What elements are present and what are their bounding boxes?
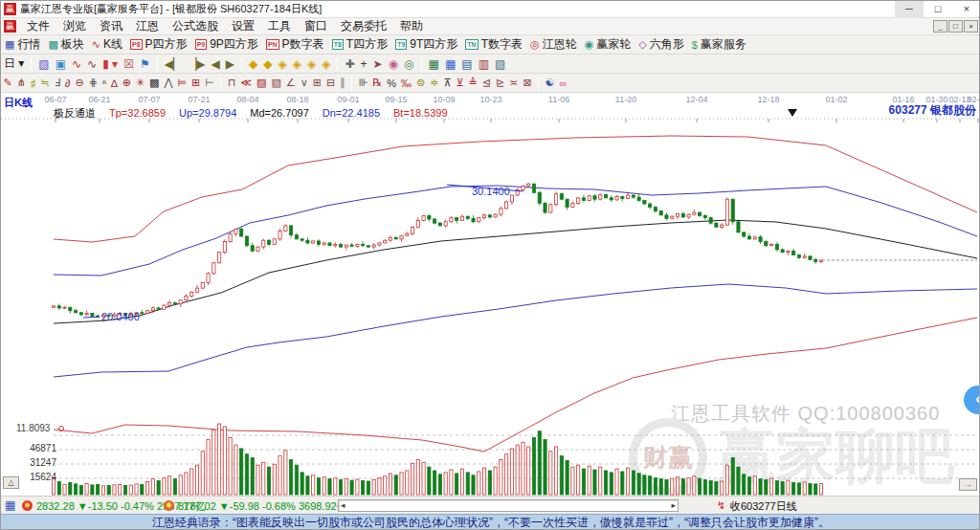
tool-icon-tb3-14[interactable]: ⊨ — [178, 77, 188, 89]
toolbar-button-P四方形[interactable]: P8P四方形 — [130, 36, 188, 53]
tool-icon-tb2-25[interactable]: ◉ — [389, 57, 398, 71]
tool-icon-tb3-3[interactable]: ≒ — [40, 77, 49, 89]
tool-icon-tb2-11[interactable]: ▕▶ — [188, 57, 205, 71]
tool-icon-tb3-2[interactable]: ♯ — [31, 77, 36, 89]
tool-icon-tb3-30[interactable]: % — [387, 77, 396, 89]
toolbar-button-P数字表[interactable]: PNP数字表 — [266, 36, 324, 53]
tool-icon-tb3-16[interactable]: ⊢ — [205, 77, 214, 89]
tool-icon-tb2-28[interactable]: ▦ — [429, 57, 439, 71]
tool-icon-tb3-33[interactable]: ≑ — [430, 77, 438, 89]
tool-icon-tb3-12[interactable]: ▩ — [149, 77, 159, 89]
chart-canvas[interactable]: 30.1400 20.0400 11.8093 — [1, 93, 980, 496]
tool-icon-tb3-39[interactable]: ≍ — [509, 77, 518, 89]
tool-icon-tb3-28[interactable]: ⊪ — [359, 77, 368, 89]
tool-icon-tb3-21[interactable]: ▧ — [271, 77, 280, 89]
tool-icon-tb3-29[interactable]: ℞ — [372, 77, 382, 89]
menu-文件[interactable]: 文件 — [20, 18, 56, 34]
toolbar-button-赢家轮[interactable]: ◉赢家轮 — [585, 36, 632, 53]
tool-icon-tb2-12[interactable]: ◀ — [212, 57, 220, 71]
tool-icon-tb3-13[interactable]: ⋀ — [164, 77, 172, 89]
tool-icon-tb2-13[interactable]: ▶ — [226, 57, 234, 71]
tool-icon-tb3-18[interactable]: ⊓ — [228, 77, 236, 89]
toolbar-button-赢家服务[interactable]: $赢家服务 — [692, 36, 746, 53]
maximize-button[interactable]: □ — [924, 1, 952, 18]
menu-帮助[interactable]: 帮助 — [393, 18, 430, 34]
tool-icon-tb3-32[interactable]: ⊜ — [416, 77, 425, 89]
tool-icon-tb3-25[interactable]: ⊟ — [326, 77, 335, 89]
tool-icon-tb3-10[interactable]: ⊕ — [122, 77, 131, 89]
menu-窗口[interactable]: 窗口 — [298, 18, 334, 34]
menu-交易委托[interactable]: 交易委托 — [334, 18, 393, 34]
tool-icon-tb2-16[interactable]: ◆ — [263, 57, 272, 71]
tool-icon-tb2-10[interactable]: ◀▏ — [165, 57, 182, 71]
tool-icon-tb2-32[interactable]: ▧ — [495, 57, 505, 71]
toolbar-button-板块[interactable]: ▩板块 — [48, 36, 83, 53]
tool-icon-tb2-4[interactable]: ∿ — [72, 57, 81, 71]
menu-工具[interactable]: 工具 — [261, 18, 298, 34]
tool-icon-tb3-19[interactable]: ≪ — [241, 77, 253, 89]
toolbar-button-9P四方形[interactable]: P99P四方形 — [195, 36, 258, 53]
menu-江恩[interactable]: 江恩 — [129, 18, 166, 34]
tool-icon-tb2-3[interactable]: ▣ — [56, 57, 66, 71]
tool-icon-tb3-43[interactable]: ∞ — [559, 77, 567, 89]
tool-icon-tb2-18[interactable]: ◈ — [293, 57, 301, 71]
tool-icon-tb3-4[interactable]: Ⅎ — [55, 77, 60, 89]
scrollbar-left-arrow[interactable]: ◂ — [341, 500, 345, 511]
toolbar-button-T四方形[interactable]: T8T四方形 — [332, 36, 389, 53]
tool-icon-tb3-34[interactable]: ⊼ — [443, 77, 451, 89]
tool-icon-tb3-1[interactable]: ⋔ — [17, 77, 26, 89]
menu-浏览[interactable]: 浏览 — [56, 18, 93, 34]
toolbar-button-T数字表[interactable]: TNT数字表 — [465, 36, 523, 53]
mdi-restore-button[interactable]: □ — [948, 20, 963, 33]
tool-icon-tb3-6[interactable]: ⊖ — [75, 77, 83, 89]
tool-icon-tb2-15[interactable]: ◆ — [249, 57, 257, 71]
tool-icon-tb2-30[interactable]: ▤ — [461, 57, 472, 71]
minimize-button[interactable]: ─ — [895, 1, 924, 18]
mdi-close-button[interactable]: × — [964, 20, 978, 33]
tool-icon-tb3-8[interactable]: ⁿ — [102, 77, 106, 89]
tool-icon-tb2-6[interactable]: ▮ ▾ — [102, 57, 118, 71]
quote-grid-icon[interactable]: ▦ — [5, 498, 15, 512]
scroll-right-button[interactable]: → — [959, 478, 977, 491]
toolbar-button-六角形[interactable]: ◇六角形 — [638, 36, 683, 53]
tool-icon-tb2-5[interactable]: ∿ — [87, 57, 97, 71]
close-button[interactable]: × — [952, 1, 980, 18]
toolbar-button-9T四方形[interactable]: T99T四方形 — [395, 36, 457, 53]
tool-icon-tb2-20[interactable]: ◈ — [322, 57, 330, 71]
tool-icon-tb3-37[interactable]: ⊴ — [482, 77, 491, 89]
tool-icon-tb3-35[interactable]: ⊻ — [456, 77, 463, 89]
tool-icon-tb3-11[interactable]: ✳ — [136, 77, 145, 89]
expand-pane-button[interactable]: △ — [3, 476, 19, 489]
tool-icon-tb3-20[interactable]: ▨ — [256, 77, 266, 89]
tool-icon-tb3-23[interactable]: ∨ — [301, 77, 308, 89]
tool-icon-tb2-17[interactable]: ◈ — [278, 57, 287, 71]
toolbar-button-江恩轮[interactable]: ◎江恩轮 — [530, 36, 577, 53]
mdi-minimize-button[interactable]: _ — [933, 20, 947, 33]
tool-icon-tb2-23[interactable]: + — [361, 57, 368, 71]
tool-icon-tb2-2[interactable]: ▧ — [38, 57, 49, 71]
tool-icon-tb3-15[interactable]: ⊞ — [191, 77, 200, 89]
tool-icon-tb3-0[interactable]: ✎ — [4, 77, 12, 89]
tool-icon-tb2-24[interactable]: ➤ — [373, 57, 383, 71]
tool-icon-tb2-7[interactable]: ☒ — [123, 57, 134, 71]
menu-公式选股[interactable]: 公式选股 — [166, 18, 225, 34]
tool-icon-tb2-19[interactable]: ◈ — [307, 57, 316, 71]
tool-icon-tb3-26[interactable]: ∥ — [340, 77, 345, 89]
tool-icon-tb2-8[interactable]: ⚑ — [140, 57, 150, 71]
tool-icon-tb3-22[interactable]: ∠ — [286, 77, 296, 89]
toolbar-button-行情[interactable]: ▦行情 — [5, 36, 40, 53]
tool-icon-tb3-31[interactable]: ‰ — [401, 77, 412, 89]
tool-icon-tb3-36[interactable]: ≜ — [469, 77, 478, 89]
tool-icon-tb2-22[interactable]: ✚ — [345, 57, 354, 71]
toolbar-button-K线[interactable]: ∿K线 — [92, 36, 122, 53]
tool-icon-tb3-7[interactable]: ⋕ — [89, 77, 98, 89]
tool-icon-tb2-26[interactable]: ◎ — [404, 57, 413, 71]
tool-icon-tb2-29[interactable]: ▦ — [445, 57, 456, 71]
tool-icon-tb2-31[interactable]: ▥ — [479, 57, 489, 71]
horizontal-scrollbar[interactable]: ◂ ▸ — [338, 499, 679, 512]
tool-icon-tb3-9[interactable]: ∆ — [111, 77, 118, 89]
scrollbar-right-arrow[interactable]: ▸ — [671, 500, 676, 511]
tool-icon-tb3-42[interactable]: ☯ — [546, 77, 555, 89]
tool-icon-tb2-0[interactable]: 日 ▾ — [4, 55, 24, 72]
menu-资讯[interactable]: 资讯 — [93, 18, 129, 34]
